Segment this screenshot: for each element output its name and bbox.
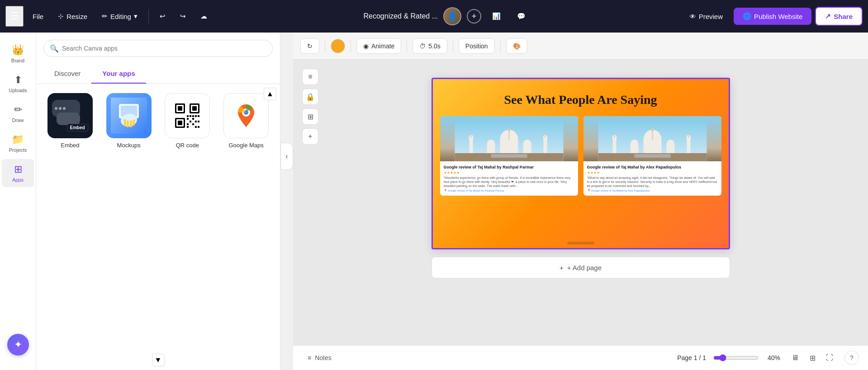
svg-rect-24 (192, 118, 194, 120)
share-button[interactable]: ↗ Share (815, 7, 863, 26)
right-tools: ≡ 🔒 ⊞ + (302, 69, 318, 145)
google-maps-app-label: Google Maps (228, 142, 263, 149)
review-image-2 (583, 116, 721, 161)
animate-button[interactable]: ◉ Animate (356, 38, 401, 54)
lock-tool-button[interactable]: 🔒 (302, 89, 318, 105)
svg-rect-51 (545, 135, 545, 138)
svg-rect-26 (190, 121, 191, 122)
canvas-area: ↻ ◉ Animate ⏱ 5.0s Position 🎨 (293, 33, 868, 370)
sidebar-item-uploads[interactable]: ⬆ Uploads (2, 70, 34, 98)
apps-search-area: 🔍 (36, 33, 280, 64)
review-image-1 (440, 116, 578, 161)
toolbar-sep-5 (500, 40, 501, 52)
svg-rect-18 (187, 115, 189, 117)
svg-rect-23 (187, 118, 189, 120)
preview-button[interactable]: 👁 Preview (682, 9, 730, 24)
list-tool-button[interactable]: ≡ (302, 69, 318, 85)
sidebar-item-projects[interactable]: 📁 Projects (2, 129, 34, 157)
app-item-qr-code[interactable]: QR code (163, 93, 213, 149)
svg-rect-25 (195, 121, 197, 122)
slide-scroll-indicator (567, 242, 594, 244)
redo-button[interactable]: ↪ (175, 9, 191, 24)
avatar-image: 👤 (444, 8, 460, 24)
notes-button[interactable]: ≡ Notes (302, 351, 337, 364)
refresh-button[interactable]: ↻ (300, 38, 319, 54)
add-collaborator-button[interactable]: + (467, 9, 481, 23)
grid-view-button[interactable]: ⊞ (805, 350, 820, 365)
svg-rect-45 (523, 144, 531, 153)
share-label: Share (834, 13, 853, 20)
mockups-app-label: Mockups (117, 142, 141, 149)
canvas-scroll: See What People Are Saying (293, 60, 868, 345)
zoom-slider[interactable] (713, 354, 759, 361)
position-button[interactable]: Position (459, 38, 495, 54)
svg-rect-30 (198, 126, 199, 128)
add-page-plus-icon: + (560, 264, 564, 272)
svg-rect-17 (178, 121, 182, 125)
slide-container: See What People Are Saying (432, 78, 730, 278)
cloud-button[interactable]: ☁ (195, 9, 213, 24)
add-page-button[interactable]: + + Add page (432, 257, 730, 278)
upload-icon: ⬆ (14, 74, 22, 86)
tab-discover[interactable]: Discover (43, 64, 91, 84)
resize-button[interactable]: ⊹ Resize (52, 9, 93, 24)
publish-website-button[interactable]: 🌐 Publish Website (734, 8, 811, 25)
svg-rect-32 (195, 126, 197, 128)
sidebar-brand-label: Brand (11, 58, 24, 63)
svg-rect-65 (614, 135, 615, 138)
map-pin-icon-2: 📍 (587, 189, 590, 192)
taj-mahal-svg-1 (440, 121, 578, 161)
svg-rect-56 (643, 140, 661, 153)
animate-label: Animate (371, 42, 394, 50)
tab-your-apps[interactable]: Your apps (91, 64, 146, 84)
topnav: ☰ File ⊹ Resize ✏ Editing ▾ ↩ ↪ ☁ Recogn… (0, 0, 868, 33)
editing-button[interactable]: ✏ Editing ▾ (96, 9, 143, 24)
fullscreen-button[interactable]: ⛶ (822, 350, 837, 365)
review-content-1: Google review of Taj Mahal by Rashpal Pa… (440, 161, 578, 196)
format-button[interactable]: 🎨 (506, 38, 527, 54)
scroll-up-button[interactable]: ▲ (264, 88, 276, 100)
file-button[interactable]: File (27, 9, 49, 24)
help-button[interactable]: ? (844, 351, 859, 365)
slide[interactable]: See What People Are Saying (432, 78, 730, 249)
search-input[interactable] (43, 40, 273, 57)
app-item-google-maps[interactable]: Google Maps (221, 93, 271, 149)
sidebar-apps-label: Apps (12, 177, 24, 183)
nav-divider-1 (148, 9, 149, 23)
preview-label: Preview (699, 13, 723, 20)
panel-collapse-button[interactable]: ‹ (280, 143, 293, 170)
page-indicator: Page 1 / 1 (677, 354, 706, 361)
svg-point-41 (508, 128, 510, 131)
review-text-1: "Wonderful experience, go there with gro… (444, 176, 574, 188)
help-icon: ? (850, 354, 854, 361)
pencil-icon: ✏ (102, 12, 108, 20)
add-tool-button[interactable]: + (302, 128, 318, 145)
grid-tool-button[interactable]: ⊞ (302, 108, 318, 125)
analytics-button[interactable]: 📊 (487, 9, 506, 24)
avatar[interactable]: 👤 (443, 7, 461, 25)
svg-rect-11 (178, 106, 182, 111)
magic-button[interactable]: ✦ (7, 334, 29, 356)
hamburger-button[interactable]: ☰ (5, 6, 24, 27)
app-item-mockups[interactable]: Mockups (104, 93, 154, 149)
format-icon: 🎨 (513, 42, 521, 50)
app-item-embed[interactable]: Embed Embed (45, 93, 95, 149)
duration-button[interactable]: ⏱ 5.0s (413, 38, 447, 54)
svg-rect-21 (195, 115, 197, 117)
sidebar-item-apps[interactable]: ⊞ Apps (2, 159, 34, 187)
list-icon: ≡ (308, 73, 312, 81)
undo-button[interactable]: ↩ (154, 9, 171, 24)
sidebar-item-draw[interactable]: ✏ Draw (2, 99, 34, 127)
svg-rect-19 (190, 115, 191, 117)
desktop-view-button[interactable]: 🖥 (787, 350, 803, 365)
scroll-down-button[interactable]: ▼ (152, 354, 165, 366)
svg-rect-52 (491, 154, 527, 158)
draw-icon: ✏ (14, 104, 22, 116)
plus-icon: + (308, 132, 312, 141)
undo-icon: ↩ (160, 12, 166, 20)
svg-rect-39 (500, 140, 518, 153)
sidebar-item-brand[interactable]: 👑 Brand (2, 40, 34, 68)
apps-tabs: Discover Your apps (36, 64, 280, 84)
comment-button[interactable]: 💬 (512, 9, 531, 24)
color-picker[interactable] (331, 39, 345, 53)
